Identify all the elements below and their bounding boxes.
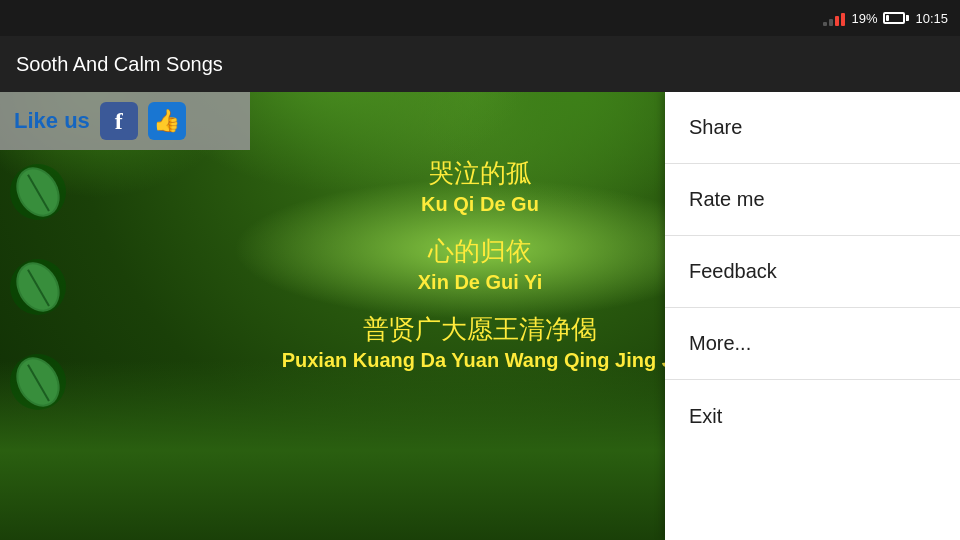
song-1-chinese: 哭泣的孤 bbox=[421, 156, 539, 191]
menu-item-feedback[interactable]: Feedback bbox=[665, 236, 960, 308]
leaf-icon-1 bbox=[8, 162, 68, 222]
main-content: Like us f 👍 bbox=[0, 92, 960, 540]
signal-icon bbox=[823, 10, 845, 26]
menu-exit-label: Exit bbox=[689, 405, 722, 428]
song-1-pinyin: Ku Qi De Gu bbox=[421, 193, 539, 216]
facebook-icon[interactable]: f bbox=[100, 102, 138, 140]
menu-feedback-label: Feedback bbox=[689, 260, 777, 283]
song-item-2[interactable]: 心的归依 Xin De Gui Yi bbox=[418, 220, 542, 298]
song-3-pinyin: Puxian Kuang Da Yuan Wang Qing Jing Ji bbox=[282, 349, 679, 372]
context-menu: Share Rate me Feedback More... Exit bbox=[665, 92, 960, 540]
battery-icon bbox=[883, 12, 909, 24]
menu-item-exit[interactable]: Exit bbox=[665, 380, 960, 452]
leaf-icon-3 bbox=[8, 352, 68, 412]
status-bar: 19% 10:15 bbox=[0, 0, 960, 36]
like-label: Like us bbox=[14, 108, 90, 134]
clock: 10:15 bbox=[915, 11, 948, 26]
song-2-pinyin: Xin De Gui Yi bbox=[418, 271, 542, 294]
song-item-3[interactable]: 普贤广大愿王清净偈 Puxian Kuang Da Yuan Wang Qing… bbox=[282, 298, 679, 376]
menu-rate-label: Rate me bbox=[689, 188, 765, 211]
menu-more-label: More... bbox=[689, 332, 751, 355]
thumbs-up-icon[interactable]: 👍 bbox=[148, 102, 186, 140]
song-2-chinese: 心的归依 bbox=[418, 234, 542, 269]
app-title: Sooth And Calm Songs bbox=[16, 53, 223, 76]
menu-item-rate[interactable]: Rate me bbox=[665, 164, 960, 236]
like-bar: Like us f 👍 bbox=[0, 92, 250, 150]
song-item-1[interactable]: 哭泣的孤 Ku Qi De Gu bbox=[421, 142, 539, 220]
song-3-chinese: 普贤广大愿王清净偈 bbox=[282, 312, 679, 347]
menu-item-more[interactable]: More... bbox=[665, 308, 960, 380]
menu-item-share[interactable]: Share bbox=[665, 92, 960, 164]
leaf-icon-2 bbox=[8, 257, 68, 317]
menu-share-label: Share bbox=[689, 116, 742, 139]
action-bar: Sooth And Calm Songs bbox=[0, 36, 960, 92]
battery-percent: 19% bbox=[851, 11, 877, 26]
